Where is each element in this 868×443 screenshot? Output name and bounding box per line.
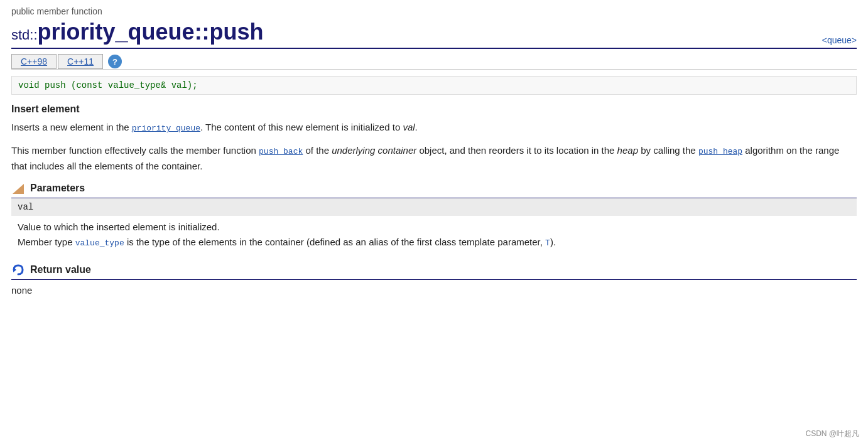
title-text: priority_queue::push: [38, 19, 264, 45]
tab-cpp11[interactable]: C++11: [58, 54, 103, 69]
page-title: std::priority_queue::push: [11, 19, 264, 45]
insert-para1-after: . The content of this new element is ini…: [200, 122, 403, 132]
return-heading-row: Return value: [11, 263, 857, 280]
param-desc-line2-mid: is the type of the elements in the conta…: [124, 237, 545, 247]
insert-para1: Inserts a new element in the priority_qu…: [11, 120, 857, 136]
param-desc-row: Value to which the inserted element is i…: [11, 216, 857, 255]
code-text: void push (const value_type& val);: [18, 80, 198, 90]
val-em: val: [403, 122, 415, 132]
insert-section-heading: Insert element: [11, 104, 857, 115]
insert-para2-mid1: of the: [303, 145, 332, 156]
underlying-container-em: underlying container: [332, 145, 416, 156]
insert-para1-before: Inserts a new element in the: [11, 122, 132, 132]
return-heading: Return value: [30, 264, 91, 275]
parameters-heading-row: Parameters: [11, 181, 857, 198]
value-type-code: value_type: [75, 238, 124, 248]
parameters-icon: [11, 181, 25, 195]
insert-para2-before: This member function effectively calls t…: [11, 145, 259, 156]
insert-para2-mid3: by calling the: [638, 145, 698, 156]
push-heap-link[interactable]: push_heap: [698, 147, 742, 156]
push-back-link[interactable]: push_back: [259, 147, 303, 156]
param-desc: Value to which the inserted element is i…: [11, 216, 857, 255]
tabs-row: C++98 C++11 ?: [11, 54, 857, 70]
help-icon[interactable]: ?: [108, 55, 122, 68]
param-row: val: [11, 198, 857, 216]
code-block: void push (const value_type& val);: [11, 76, 857, 95]
return-value-text: none: [11, 285, 857, 296]
title-row: std::priority_queue::push <queue>: [11, 19, 857, 49]
insert-para1-end: .: [415, 122, 418, 132]
param-name: val: [11, 198, 857, 216]
queue-link[interactable]: <queue>: [822, 35, 857, 45]
insert-para2-mid2: object, and then reorders it to its loca…: [416, 145, 617, 156]
param-desc-line2: Member type value_type is the type of th…: [18, 235, 850, 250]
param-desc-line1: Value to which the inserted element is i…: [18, 220, 850, 235]
T-code: T: [545, 238, 550, 248]
param-desc-line2-before: Member type: [18, 237, 75, 247]
svg-marker-0: [13, 184, 24, 194]
tab-cpp98[interactable]: C++98: [11, 54, 57, 69]
param-table: val Value to which the inserted element …: [11, 198, 857, 255]
parameters-heading: Parameters: [30, 183, 85, 194]
insert-para2: This member function effectively calls t…: [11, 143, 857, 174]
priority-queue-link[interactable]: priority_queue: [132, 124, 200, 133]
std-prefix: std::: [11, 27, 38, 43]
public-member-label: public member function: [11, 6, 857, 16]
return-icon: [11, 263, 25, 277]
heap-em: heap: [617, 145, 638, 156]
param-desc-line2-end: ).: [550, 237, 556, 247]
